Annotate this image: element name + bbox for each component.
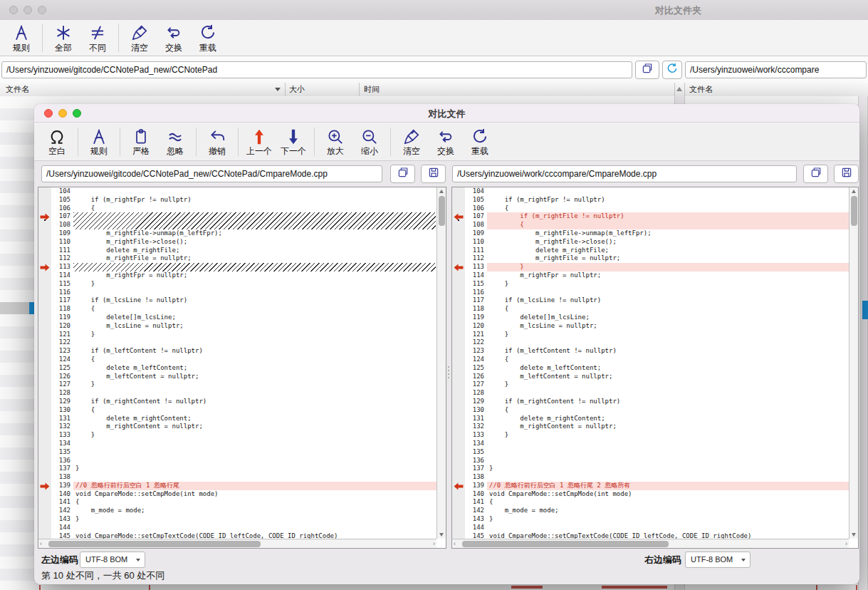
scroll-down-icon[interactable] (439, 533, 444, 537)
different-button[interactable]: 不同 (80, 21, 115, 54)
code-line: 119 delete[]m_lcsLine; (452, 314, 849, 322)
pane-splitter[interactable] (447, 366, 449, 378)
selection-indicator-right (862, 301, 868, 319)
refresh-folders-button[interactable] (662, 61, 682, 79)
code-text: m_rightContent = nullptr; (73, 423, 436, 431)
zoom-button[interactable] (38, 6, 46, 14)
scroll-left-icon[interactable]: ‹ (454, 540, 456, 548)
column-filename[interactable]: 文件名 (6, 84, 29, 95)
left-horizontal-scrollbar[interactable]: ‹ › (38, 539, 436, 548)
right-horizontal-scrollbar[interactable]: ‹ › (452, 539, 849, 548)
reload-button[interactable]: 重载 (191, 21, 225, 54)
not-equal-icon (88, 24, 107, 43)
diff-gutter (452, 498, 465, 507)
file-compare-dialog: 对比文件 空白规则严格忽略撤销上一个下一个放大缩小清空交换重载 104105 i… (34, 104, 859, 584)
column-time[interactable]: 时间 (364, 84, 380, 95)
left-file-path-input[interactable] (41, 165, 382, 182)
next-button[interactable]: 下一个 (276, 125, 310, 158)
code-text: void CmpareMode::setCmpMode(int mode) (73, 490, 436, 499)
code-line: 125 delete m_leftContent; (38, 364, 436, 373)
all-button[interactable]: 全部 (46, 21, 80, 54)
code-line: 117 if (m_lcsLine != nullptr) (38, 296, 436, 305)
right-table-scrollbar[interactable] (858, 96, 868, 590)
code-text: } (73, 465, 436, 473)
save-right-file-button[interactable] (834, 165, 859, 183)
diff-gutter (452, 338, 465, 347)
diff-gutter (452, 490, 465, 499)
ignore-button[interactable]: 忽略 (158, 125, 192, 158)
scrollbar-up-icon[interactable] (676, 87, 682, 91)
swap-button[interactable]: 交换 (157, 21, 191, 54)
right-file-path-input[interactable] (452, 165, 797, 182)
right-folder-path-input[interactable] (685, 61, 867, 78)
code-line: 120 m_lcsLine = nullptr; (452, 322, 849, 331)
code-line: 119 delete[]m_lcsLine; (38, 314, 436, 322)
code-line: 116 (452, 289, 849, 297)
diff-gutter (452, 305, 465, 314)
browse-left-file-button[interactable] (390, 165, 415, 183)
code-line: 131 delete m_rightContent; (38, 415, 436, 423)
diff-gutter (38, 196, 51, 205)
close-button[interactable] (9, 6, 18, 14)
rules-button[interactable]: 规则 (82, 125, 116, 158)
scroll-left-icon[interactable]: ‹ (40, 540, 42, 548)
scrollbar-thumb[interactable] (48, 541, 261, 547)
diff-gutter (38, 247, 51, 255)
code-line: 116 (38, 289, 436, 297)
reload-button[interactable]: 重载 (463, 125, 497, 158)
code-line: 138 (452, 473, 849, 482)
right-vertical-scrollbar[interactable] (849, 187, 858, 539)
diff-gutter (452, 373, 465, 381)
diff-gutter (38, 507, 51, 515)
scrollbar-thumb[interactable] (439, 196, 445, 226)
minimize-button[interactable] (23, 6, 32, 14)
right-encoding-select[interactable]: UTF-8 BOM (685, 552, 751, 568)
zoom-in-button[interactable]: 放大 (318, 125, 352, 158)
scroll-right-icon[interactable]: › (433, 540, 435, 548)
left-encoding-select[interactable]: UTF-8 BOM (80, 552, 145, 568)
scroll-up-icon[interactable] (439, 190, 444, 193)
line-number: 122 (465, 338, 487, 347)
code-line: 127 } (452, 381, 849, 389)
diff-gutter (452, 322, 465, 331)
left-folder-path-input[interactable] (1, 61, 632, 78)
swap-button[interactable]: 交换 (429, 125, 463, 158)
scroll-down-icon[interactable] (852, 533, 856, 537)
diff-gutter (452, 221, 465, 229)
column-filename-right[interactable]: 文件名 (689, 84, 713, 95)
line-number: 115 (51, 280, 73, 289)
zoom-out-button[interactable]: 缩小 (352, 125, 387, 158)
undo-button[interactable]: 撤销 (200, 125, 234, 158)
toolbar-item-label: 重载 (199, 43, 216, 53)
diff-gutter (38, 440, 51, 448)
line-number: 125 (465, 364, 487, 373)
toolbar-item-label: 清空 (403, 146, 420, 156)
diff-gutter (38, 532, 51, 539)
code-line: 137} (452, 465, 849, 473)
whitespace-button[interactable]: 空白 (40, 125, 74, 158)
code-line: 115 } (452, 280, 849, 289)
previous-button[interactable]: 上一个 (242, 125, 276, 158)
line-number: 109 (51, 229, 73, 238)
code-text: m_rightContent = nullptr; (487, 423, 849, 431)
save-left-file-button[interactable] (421, 165, 446, 183)
strict-button[interactable]: 严格 (124, 125, 158, 158)
code-line: 128 (38, 389, 436, 398)
clear-button[interactable]: 清空 (122, 21, 157, 54)
toolbar-separator (238, 128, 239, 156)
line-number: 123 (465, 347, 487, 356)
browse-left-folder-button[interactable] (635, 61, 659, 79)
rules-button[interactable]: 规则 (4, 21, 38, 54)
code-text (487, 473, 849, 482)
line-number: 107 (51, 212, 73, 221)
chevron-down-icon (741, 559, 746, 561)
scroll-up-icon[interactable] (852, 190, 856, 193)
scroll-right-icon[interactable]: › (845, 540, 847, 548)
column-size[interactable]: 大小 (289, 84, 305, 95)
scrollbar-thumb[interactable] (851, 196, 857, 226)
scrollbar-thumb[interactable] (462, 541, 669, 547)
browse-right-file-button[interactable] (803, 165, 828, 183)
line-number: 115 (465, 280, 487, 289)
left-vertical-scrollbar[interactable] (436, 187, 446, 539)
clear-button[interactable]: 清空 (394, 125, 429, 158)
